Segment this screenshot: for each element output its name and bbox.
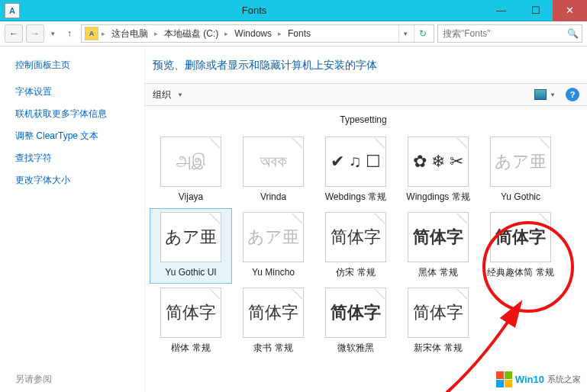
font-label: 楷体 常规: [171, 342, 210, 354]
font-thumbnail: ✿ ❄ ✂: [408, 137, 469, 187]
font-label: Webdings 常规: [325, 191, 386, 203]
font-thumbnail: அஇ: [160, 137, 221, 187]
font-item-YuGothicUI[interactable]: あア亜Yu Gothic UI: [150, 208, 232, 284]
font-item-FangSong[interactable]: 简体字仿宋 常规: [314, 208, 397, 284]
chevron-right-icon: ▸: [153, 30, 160, 37]
breadcrumb-seg[interactable]: Fonts: [285, 28, 314, 39]
font-item-Webdings[interactable]: ✔ ♫ ☐Webdings 常规: [314, 133, 397, 208]
font-label: Typesetting: [340, 114, 386, 126]
help-button[interactable]: ?: [566, 88, 579, 101]
breadcrumb-seg[interactable]: Windows: [231, 28, 275, 39]
address-bar: ← → ▾ ↑ A ▸ 这台电脑 ▸ 本地磁盘 (C:) ▸ Windows ▸…: [0, 21, 587, 47]
up-button[interactable]: ↑: [61, 25, 78, 42]
sidebar-link-change-size[interactable]: 更改字体大小: [15, 174, 138, 187]
organize-bar: 组织 ▼ ▼ ?: [145, 83, 587, 106]
search-icon[interactable]: 🔍: [565, 28, 580, 39]
font-label: Yu Gothic UI: [165, 267, 216, 278]
font-label: Yu Gothic: [501, 191, 540, 203]
font-thumbnail: 简体字: [325, 288, 386, 338]
minimize-button[interactable]: —: [484, 0, 518, 21]
font-thumbnail: 简体字: [408, 212, 469, 262]
chevron-right-icon: ▸: [276, 30, 283, 37]
font-label: 黑体 常规: [418, 267, 457, 278]
font-thumbnail: 简体字: [325, 212, 386, 262]
font-thumbnail: あア亜: [490, 137, 551, 187]
windows-logo-icon: [496, 371, 512, 387]
font-label: Wingdings 常规: [406, 191, 469, 203]
chevron-right-icon: ▸: [223, 30, 230, 37]
font-label: Vijaya: [179, 191, 203, 203]
font-item-font12[interactable]: 简体字楷体 常规: [150, 284, 232, 359]
history-dropdown[interactable]: ▾: [47, 30, 58, 37]
see-also-label: 另请参阅: [15, 373, 52, 386]
view-options-button[interactable]: ▼: [531, 87, 560, 102]
font-item-font14[interactable]: 简体字微软雅黑: [314, 284, 397, 359]
content-area: 预览、删除或者显示和隐藏计算机上安装的字体 组织 ▼ ▼ ? Typesetti…: [145, 47, 587, 392]
app-icon: A: [5, 3, 20, 18]
page-heading: 预览、删除或者显示和隐藏计算机上安装的字体: [145, 47, 587, 83]
font-thumbnail: 简体字: [408, 288, 469, 338]
font-thumbnail: ✔ ♫ ☐: [325, 137, 386, 187]
search-box[interactable]: 🔍: [437, 24, 582, 43]
breadcrumb-dropdown[interactable]: ▾: [398, 25, 412, 42]
font-thumbnail: 简体字: [160, 288, 221, 338]
font-thumbnail: 简体字: [490, 212, 551, 262]
font-label: 隶书 常规: [253, 342, 292, 354]
refresh-button[interactable]: ↻: [414, 25, 431, 42]
font-thumbnail: 简体字: [243, 288, 304, 338]
font-thumbnail: あア亜: [243, 212, 304, 262]
chevron-right-icon: ▸: [100, 30, 107, 37]
sidebar-link-font-settings[interactable]: 字体设置: [15, 85, 138, 98]
font-thumbnail: অবক: [243, 137, 304, 187]
font-grid: TypesettingஅஇVijayaঅবকVrinda✔ ♫ ☐Webding…: [145, 106, 587, 392]
font-item-SimHei[interactable]: 简体字黑体 常规: [397, 208, 479, 284]
font-label: 新宋体 常规: [414, 342, 462, 354]
sidebar-link-get-fonts-online[interactable]: 联机获取更多字体信息: [15, 108, 138, 120]
font-item-YuMincho[interactable]: あア亜Yu Mincho: [232, 208, 314, 284]
forward-button[interactable]: →: [26, 24, 44, 43]
breadcrumb-seg[interactable]: 本地磁盘 (C:): [161, 27, 221, 40]
chevron-down-icon: ▼: [550, 92, 556, 98]
organize-button[interactable]: 组织: [153, 88, 171, 101]
maximize-button[interactable]: ☐: [518, 0, 553, 21]
font-thumbnail: あア亜: [160, 212, 221, 262]
view-icon: [534, 89, 547, 100]
titlebar: A Fonts — ☐ ✕: [0, 0, 587, 21]
chevron-down-icon[interactable]: ▼: [177, 92, 183, 98]
font-item-Wingdings[interactable]: ✿ ❄ ✂Wingdings 常规: [397, 133, 479, 208]
watermark: Win10 系统之家: [496, 371, 581, 387]
font-item-YuGothic[interactable]: あア亜Yu Gothic: [479, 133, 562, 208]
sidebar: 控制面板主页 字体设置 联机获取更多字体信息 调整 ClearType 文本 查…: [0, 47, 145, 392]
font-item-Vijaya[interactable]: அஇVijaya: [150, 133, 232, 208]
font-label: 经典趣体简 常规: [487, 267, 553, 278]
font-label: 仿宋 常规: [336, 267, 375, 278]
watermark-text2: 系统之家: [547, 374, 581, 385]
search-input[interactable]: [440, 28, 565, 39]
sidebar-link-cleartype[interactable]: 调整 ClearType 文本: [15, 130, 138, 143]
font-label: 微软雅黑: [337, 342, 374, 354]
font-item-Vrinda[interactable]: অবকVrinda: [232, 133, 314, 208]
watermark-text1: Win10: [515, 374, 544, 385]
font-item-font15[interactable]: 简体字新宋体 常规: [397, 284, 479, 359]
font-item-font13[interactable]: 简体字隶书 常规: [232, 284, 314, 359]
breadcrumb[interactable]: A ▸ 这台电脑 ▸ 本地磁盘 (C:) ▸ Windows ▸ Fonts ▾…: [81, 24, 434, 43]
font-label: Yu Mincho: [252, 267, 295, 278]
back-button[interactable]: ←: [5, 24, 23, 43]
close-button[interactable]: ✕: [553, 0, 587, 21]
font-item-Typesetting[interactable]: Typesetting: [150, 111, 577, 133]
control-panel-home-link[interactable]: 控制面板主页: [15, 59, 138, 72]
font-item-JingDianQuTi[interactable]: 简体字经典趣体简 常规: [479, 208, 562, 284]
font-label: Vrinda: [260, 191, 286, 203]
window-title: Fonts: [24, 5, 484, 16]
sidebar-link-find-char[interactable]: 查找字符: [15, 152, 138, 165]
location-icon: A: [85, 27, 98, 40]
breadcrumb-seg[interactable]: 这台电脑: [108, 27, 151, 40]
